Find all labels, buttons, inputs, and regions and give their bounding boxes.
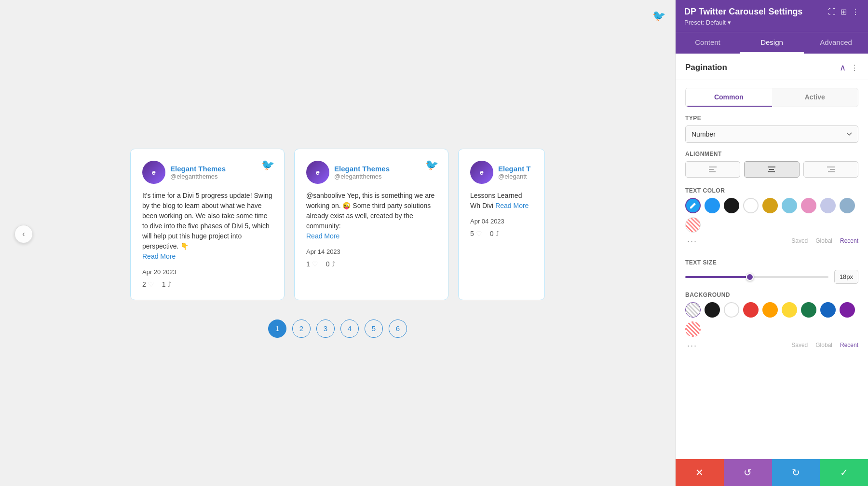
section-icons: ∧ ⋮ bbox=[840, 62, 858, 73]
save-icon: ✓ bbox=[840, 467, 848, 478]
bg-swatch-red[interactable] bbox=[743, 302, 759, 318]
tweet-date-2: Apr 14 2023 bbox=[306, 248, 436, 255]
prev-arrow[interactable]: ‹ bbox=[14, 225, 33, 243]
color-swatch-stripe[interactable] bbox=[685, 217, 701, 233]
likes-1: 2 ♡ bbox=[142, 280, 154, 288]
text-size-thumb[interactable] bbox=[746, 273, 754, 281]
tweet-actions-3: 5 ♡ 0 ⤴ bbox=[470, 230, 533, 237]
author-name-1: Elegant Themes bbox=[170, 165, 226, 173]
tab-content[interactable]: Content bbox=[676, 32, 740, 54]
bottom-toolbar: ✕ ↺ ↻ ✓ bbox=[676, 459, 868, 486]
page-btn-5[interactable]: 5 bbox=[365, 319, 383, 338]
color-swatch-white[interactable] bbox=[743, 198, 759, 213]
heart-icon-1: ♡ bbox=[148, 280, 154, 288]
shares-2: 0 ⤴ bbox=[326, 260, 335, 268]
read-more-3[interactable]: Read More bbox=[495, 202, 529, 209]
bg-swatch-green[interactable] bbox=[801, 302, 816, 318]
bg-swatch-amber[interactable] bbox=[762, 302, 778, 318]
recent-label: Recent bbox=[840, 237, 858, 244]
page-btn-1[interactable]: 1 bbox=[268, 319, 286, 338]
panel-title: DP Twitter Carousel Settings bbox=[684, 7, 802, 17]
bg-swatch-white[interactable] bbox=[724, 302, 739, 318]
tweet-date-1: Apr 20 2023 bbox=[142, 268, 272, 276]
cancel-button[interactable]: ✕ bbox=[676, 459, 724, 486]
color-swatch-blue[interactable] bbox=[705, 198, 720, 213]
bg-more-swatches-btn[interactable]: ··· bbox=[685, 340, 699, 352]
tweet-date-3: Apr 04 2023 bbox=[470, 218, 533, 225]
shares-1: 1 ⤴ bbox=[162, 280, 171, 288]
bg-swatch-purple[interactable] bbox=[840, 302, 855, 318]
save-button[interactable]: ✓ bbox=[820, 459, 868, 486]
panel-tabs: Content Design Advanced bbox=[676, 32, 868, 54]
text-size-fill bbox=[685, 276, 750, 278]
bg-global-label: Global bbox=[815, 342, 832, 348]
text-color-field: Text Color ··· bbox=[676, 180, 868, 248]
color-swatch-black[interactable] bbox=[724, 198, 739, 213]
color-swatch-steelblue[interactable] bbox=[840, 198, 855, 213]
tweet-text-1: It's time for a Divi 5 progress update! … bbox=[142, 191, 272, 262]
align-left-btn[interactable] bbox=[685, 161, 740, 178]
panel-preset[interactable]: Preset: Default ▾ bbox=[684, 19, 859, 26]
bg-swatch-stripe[interactable] bbox=[685, 302, 701, 318]
author-info-1: Elegant Themes @elegantthemes bbox=[170, 165, 226, 180]
sub-tab-common[interactable]: Common bbox=[686, 88, 772, 107]
read-more-2[interactable]: Read More bbox=[306, 232, 339, 240]
text-size-track[interactable] bbox=[685, 276, 828, 278]
panel-body: Pagination ∧ ⋮ Common Active Type Number… bbox=[676, 54, 868, 459]
section-more-icon[interactable]: ⋮ bbox=[851, 63, 858, 72]
read-more-1[interactable]: Read More bbox=[142, 252, 176, 260]
background-field: Background ··· Saved Global Recent bbox=[676, 284, 868, 352]
author-handle-1: @elegantthemes bbox=[170, 173, 226, 180]
page-btn-3[interactable]: 3 bbox=[316, 319, 335, 338]
type-field: Type Number Dot Dash bbox=[676, 107, 868, 143]
page-btn-6[interactable]: 6 bbox=[389, 319, 407, 338]
reset-button[interactable]: ↺ bbox=[724, 459, 772, 486]
more-swatches-btn[interactable]: ··· bbox=[685, 236, 699, 248]
avatar-logo-1: e bbox=[152, 168, 156, 176]
color-swatch-lightblue[interactable] bbox=[782, 198, 797, 213]
global-label: Global bbox=[815, 237, 832, 244]
likes-3: 5 ♡ bbox=[470, 230, 482, 237]
type-select[interactable]: Number Dot Dash bbox=[685, 125, 858, 143]
bg-swatch-black[interactable] bbox=[705, 302, 720, 318]
bg-saved-label: Saved bbox=[791, 342, 808, 348]
sub-tab-active[interactable]: Active bbox=[772, 88, 858, 107]
sub-tabs: Common Active bbox=[685, 88, 858, 107]
layout-icon[interactable]: ⊞ bbox=[841, 7, 847, 16]
bg-swatch-stripe2[interactable] bbox=[685, 321, 701, 337]
author-name-3: Elegant T bbox=[498, 165, 531, 173]
align-right-icon bbox=[827, 166, 835, 173]
text-color-swatches bbox=[685, 198, 858, 233]
share-icon-1: ⤴ bbox=[168, 280, 171, 288]
text-size-field: Text Size 18px bbox=[676, 251, 868, 284]
tab-design[interactable]: Design bbox=[740, 32, 804, 54]
panel-title-icons: ⛶ ⊞ ⋮ bbox=[828, 7, 859, 16]
align-center-btn[interactable] bbox=[744, 161, 799, 178]
align-center-icon bbox=[767, 166, 776, 173]
fullscreen-icon[interactable]: ⛶ bbox=[828, 8, 836, 16]
bg-swatch-navy[interactable] bbox=[820, 302, 836, 318]
tweet-card-3: 🐦 e Elegant T @elegantt Lessons Learned … bbox=[458, 149, 545, 300]
bg-swatch-yellow[interactable] bbox=[782, 302, 797, 318]
page-btn-2[interactable]: 2 bbox=[292, 319, 311, 338]
color-swatch-gold[interactable] bbox=[762, 198, 778, 213]
text-color-label: Text Color bbox=[685, 187, 858, 194]
align-right-btn[interactable] bbox=[803, 161, 858, 178]
redo-button[interactable]: ↻ bbox=[772, 459, 820, 486]
text-size-value[interactable]: 18px bbox=[834, 270, 858, 284]
tweet-text-2: @sanboolive Yep, this is something we ar… bbox=[306, 191, 436, 241]
avatar-3: e bbox=[470, 161, 493, 184]
avatar-logo-3: e bbox=[480, 168, 484, 176]
twitter-icon-2: 🐦 bbox=[425, 159, 438, 171]
shares-3: 0 ⤴ bbox=[490, 230, 499, 237]
likes-2: 1 ♡ bbox=[306, 260, 318, 268]
tweet-card-2: 🐦 e Elegant Themes @elegantthemes @sanbo… bbox=[294, 149, 448, 300]
color-swatch-lavender[interactable] bbox=[820, 198, 836, 213]
more-options-icon[interactable]: ⋮ bbox=[852, 7, 859, 16]
color-swatch-edit[interactable] bbox=[685, 198, 701, 213]
section-collapse-icon[interactable]: ∧ bbox=[840, 62, 846, 73]
tab-advanced[interactable]: Advanced bbox=[804, 32, 868, 54]
page-btn-4[interactable]: 4 bbox=[340, 319, 359, 338]
heart-icon-2: ♡ bbox=[312, 260, 318, 268]
color-swatch-pink[interactable] bbox=[801, 198, 816, 213]
